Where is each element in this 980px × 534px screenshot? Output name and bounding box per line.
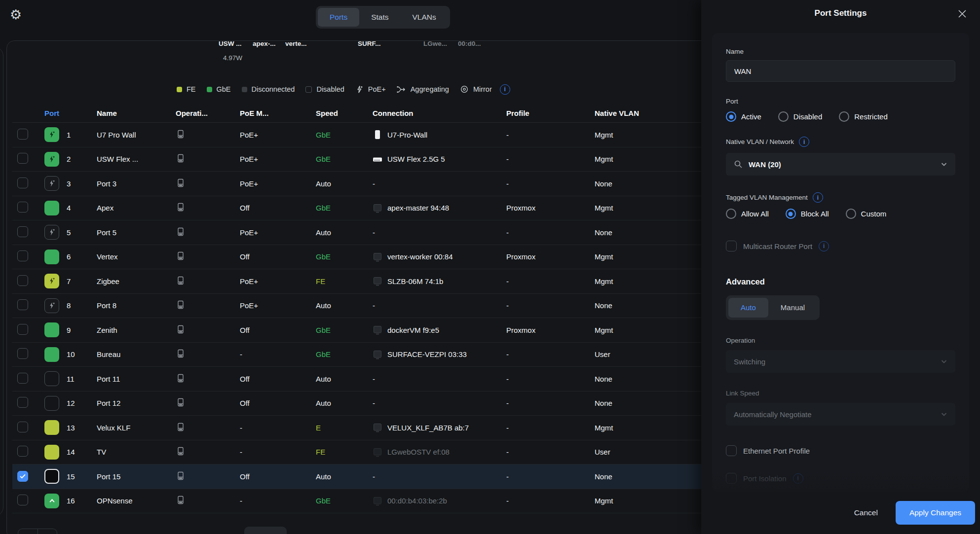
device-label: apex-... <box>253 40 276 47</box>
row-checkbox[interactable] <box>17 373 28 384</box>
tagged-vlan-radio-group: Allow AllBlock AllCustom <box>726 209 955 219</box>
table-row[interactable]: 5 Port 5 PoE+ Auto - - None <box>12 220 701 245</box>
table-row[interactable]: 6 Vertex Off GbE vertex-worker 00:84 Pro… <box>12 245 701 270</box>
radio-label: Disabled <box>793 112 822 121</box>
connection-name: U7-Pro-Wall <box>387 131 427 139</box>
switching-device-icon <box>176 251 186 261</box>
port-name: OPNsense <box>92 497 171 505</box>
port-profile: Proxmox <box>501 252 590 261</box>
port-state-disabled-radio[interactable]: Disabled <box>778 111 822 122</box>
native-vlan-info-icon[interactable]: i <box>799 137 809 147</box>
native-vlan-value: Mgmt <box>590 277 701 285</box>
poe-mode: Off <box>235 326 311 334</box>
multicast-checkbox[interactable] <box>726 241 737 251</box>
row-checkbox[interactable] <box>17 299 28 310</box>
table-row[interactable]: 11 Port 11 Off Auto - - None <box>12 367 701 392</box>
poe-mode: Off <box>235 472 311 481</box>
col-header-name[interactable]: Name <box>92 109 171 117</box>
row-checkbox[interactable] <box>17 153 28 164</box>
connection-name: SURFACE-VEZPI 03:33 <box>387 350 467 358</box>
port-profile: - <box>501 424 590 432</box>
tagged-vlan-custom-radio[interactable]: Custom <box>846 209 887 219</box>
native-vlan-label: Native VLAN / Network i <box>726 137 955 147</box>
connection-cell: - <box>368 375 501 383</box>
mode-manual-segment[interactable]: Manual <box>768 298 817 318</box>
tab-vlans[interactable]: VLANs <box>401 8 448 27</box>
port-state-active-radio[interactable]: Active <box>726 111 761 122</box>
connection-name: - <box>373 375 375 383</box>
link-speed-select[interactable]: Automatically Negotiate <box>726 403 955 426</box>
col-header-operation[interactable]: Operati... <box>171 109 235 117</box>
cancel-button[interactable]: Cancel <box>854 508 878 517</box>
row-checkbox[interactable] <box>17 495 28 505</box>
tagged-vlan-block-all-radio[interactable]: Block All <box>786 209 829 219</box>
row-checkbox[interactable] <box>17 250 28 261</box>
poe-mode: - <box>235 424 311 432</box>
table-row[interactable]: 7 Zigbee PoE+ FE SLZB-06M 74:1b - Mgmt <box>12 269 701 294</box>
row-checkbox[interactable] <box>17 397 28 408</box>
row-checkbox[interactable] <box>17 471 28 482</box>
col-header-profile[interactable]: Profile <box>501 109 590 117</box>
tagged-vlan-allow-all-radio[interactable]: Allow All <box>726 209 769 219</box>
ethernet-profile-checkbox[interactable] <box>726 445 737 456</box>
connection-cell: - <box>368 228 501 237</box>
poe-mode: PoE+ <box>235 301 311 310</box>
tab-stats[interactable]: Stats <box>359 8 400 27</box>
table-row[interactable]: 12 Port 12 Off Auto - - None <box>12 392 701 416</box>
pagination-buttons[interactable] <box>18 529 57 534</box>
settings-gear-icon[interactable]: ⚙ <box>10 7 22 22</box>
poe-bolt-icon <box>355 85 364 94</box>
switching-device-icon <box>176 422 186 432</box>
apply-changes-button[interactable]: Apply Changes <box>896 501 975 525</box>
table-row[interactable]: 13 Velux KLF - E VELUX_KLF_AB7B ab:7 - M… <box>12 416 701 440</box>
name-input[interactable] <box>726 60 955 82</box>
multicast-info-icon[interactable]: i <box>819 241 829 251</box>
row-checkbox[interactable] <box>17 422 28 432</box>
row-checkbox[interactable] <box>17 202 28 213</box>
table-row[interactable]: 2 USW Flex ... PoE+ GbE USW Flex 2.5G 5 … <box>12 147 701 172</box>
col-header-port[interactable]: Port <box>38 109 92 117</box>
pagination-pill[interactable] <box>244 527 287 534</box>
col-header-native-vlan[interactable]: Native VLAN <box>590 109 701 117</box>
row-checkbox[interactable] <box>17 226 28 237</box>
col-header-speed[interactable]: Speed <box>311 109 368 117</box>
port-number: 7 <box>67 277 71 285</box>
row-checkbox[interactable] <box>17 348 28 359</box>
connection-name: 00:d0:b4:03:be:2b <box>387 497 447 505</box>
table-row[interactable]: 10 Bureau - GbE SURFACE-VEZPI 03:33 - Us… <box>12 343 701 367</box>
col-header-poe[interactable]: PoE M... <box>235 109 311 117</box>
table-row[interactable]: 8 Port 8 PoE+ Auto - - None <box>12 294 701 319</box>
tagged-vlan-info-icon[interactable]: i <box>813 192 823 203</box>
native-vlan-value: Mgmt <box>590 155 701 163</box>
port-profile: Proxmox <box>501 204 590 212</box>
table-row[interactable]: 14 TV - FE LGwebOSTV ef:08 - User <box>12 440 701 465</box>
port-profile: - <box>501 448 590 456</box>
legend-item: FE <box>177 85 196 93</box>
table-row[interactable]: 16 OPNsense - GbE 00:d0:b4:03:be:2b - Mg… <box>12 489 701 514</box>
ports-table: Port Name Operati... PoE M... Speed Conn… <box>12 104 701 513</box>
link-speed: Auto <box>311 375 368 383</box>
legend-item: PoE+ <box>355 85 386 94</box>
operation-select[interactable]: Switching <box>726 350 955 373</box>
legend-info-icon[interactable]: i <box>500 84 510 95</box>
mode-auto-segment[interactable]: Auto <box>728 298 768 318</box>
port-isolation-checkbox[interactable] <box>726 473 737 484</box>
row-checkbox[interactable] <box>17 324 28 335</box>
table-row[interactable]: 1 U7 Pro Wall PoE+ GbE U7-Pro-Wall - Mgm… <box>12 123 701 147</box>
table-row[interactable]: 9 Zenith Off GbE dockerVM f9:e5 Proxmox … <box>12 318 701 343</box>
row-checkbox[interactable] <box>17 446 28 457</box>
table-row[interactable]: 3 Port 3 PoE+ Auto - - None <box>12 172 701 196</box>
row-checkbox[interactable] <box>17 129 28 140</box>
row-checkbox[interactable] <box>17 178 28 188</box>
port-isolation-info-icon[interactable]: i <box>793 473 803 484</box>
close-icon[interactable] <box>956 8 968 20</box>
port-state-restricted-radio[interactable]: Restricted <box>839 111 888 122</box>
native-vlan-select[interactable]: WAN (20) <box>726 153 955 176</box>
tab-ports[interactable]: Ports <box>318 8 359 27</box>
connection-cell: USW Flex 2.5G 5 <box>368 154 501 164</box>
row-checkbox[interactable] <box>17 275 28 286</box>
port-number: 12 <box>67 399 75 407</box>
table-row[interactable]: 4 Apex Off GbE apex-master 94:48 Proxmox… <box>12 196 701 221</box>
table-row[interactable]: 15 Port 15 Off Auto - - None <box>12 464 701 489</box>
col-header-connection[interactable]: Connection <box>368 109 501 117</box>
